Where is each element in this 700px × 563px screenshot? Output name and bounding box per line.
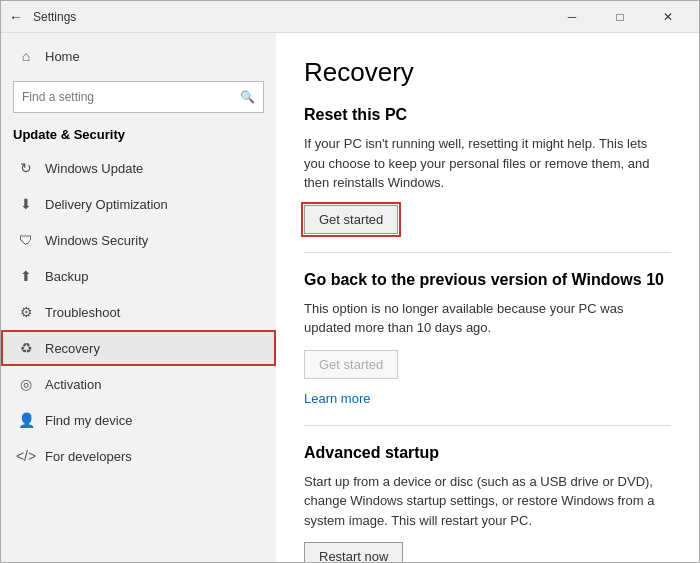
page-title: Recovery <box>304 57 671 88</box>
sidebar-item-troubleshoot[interactable]: ⚙Troubleshoot <box>1 294 276 330</box>
titlebar-title: Settings <box>33 10 549 24</box>
close-button[interactable]: ✕ <box>645 1 691 33</box>
sidebar-item-windows-security[interactable]: 🛡Windows Security <box>1 222 276 258</box>
go-back-button: Get started <box>304 350 398 379</box>
recovery-icon: ♻ <box>17 339 35 357</box>
sections-container: Reset this PCIf your PC isn't running we… <box>304 106 671 562</box>
maximize-button[interactable]: □ <box>597 1 643 33</box>
windows-update-icon: ↻ <box>17 159 35 177</box>
sidebar-label-recovery: Recovery <box>45 341 100 356</box>
minimize-button[interactable]: ─ <box>549 1 595 33</box>
titlebar: ← Settings ─ □ ✕ <box>1 1 699 33</box>
windows-security-icon: 🛡 <box>17 231 35 249</box>
troubleshoot-icon: ⚙ <box>17 303 35 321</box>
section-title-advanced-startup: Advanced startup <box>304 444 671 462</box>
home-label: Home <box>45 49 80 64</box>
find-my-device-icon: 👤 <box>17 411 35 429</box>
back-button[interactable]: ← <box>9 9 23 25</box>
delivery-optimization-icon: ⬇ <box>17 195 35 213</box>
window-controls: ─ □ ✕ <box>549 1 691 33</box>
advanced-startup-button[interactable]: Restart now <box>304 542 403 562</box>
reset-pc-button[interactable]: Get started <box>304 205 398 234</box>
sidebar-label-windows-security: Windows Security <box>45 233 148 248</box>
sidebar-item-activation[interactable]: ◎Activation <box>1 366 276 402</box>
sidebar-item-backup[interactable]: ⬆Backup <box>1 258 276 294</box>
sidebar-item-recovery[interactable]: ♻Recovery <box>1 330 276 366</box>
nav-items: ↻Windows Update⬇Delivery Optimization🛡Wi… <box>1 150 276 474</box>
sidebar-item-home[interactable]: ⌂ Home <box>1 37 276 75</box>
sidebar-label-find-my-device: Find my device <box>45 413 132 428</box>
sidebar-item-delivery-optimization[interactable]: ⬇Delivery Optimization <box>1 186 276 222</box>
sidebar-item-for-developers[interactable]: </>For developers <box>1 438 276 474</box>
sidebar-label-backup: Backup <box>45 269 88 284</box>
sidebar-item-find-my-device[interactable]: 👤Find my device <box>1 402 276 438</box>
search-icon: 🔍 <box>240 90 255 104</box>
home-icon: ⌂ <box>17 47 35 65</box>
main-layout: ⌂ Home 🔍 Update & Security ↻Windows Upda… <box>1 33 699 562</box>
sidebar-label-delivery-optimization: Delivery Optimization <box>45 197 168 212</box>
sidebar-section-label: Update & Security <box>1 123 276 150</box>
search-box[interactable]: 🔍 <box>13 81 264 113</box>
section-title-reset-pc: Reset this PC <box>304 106 671 124</box>
sidebar: ⌂ Home 🔍 Update & Security ↻Windows Upda… <box>1 33 276 562</box>
backup-icon: ⬆ <box>17 267 35 285</box>
sidebar-label-activation: Activation <box>45 377 101 392</box>
go-back-learn-more-link[interactable]: Learn more <box>304 391 370 406</box>
sidebar-label-windows-update: Windows Update <box>45 161 143 176</box>
activation-icon: ◎ <box>17 375 35 393</box>
section-title-go-back: Go back to the previous version of Windo… <box>304 271 671 289</box>
section-divider <box>304 425 671 426</box>
search-input[interactable] <box>22 90 240 104</box>
section-body-advanced-startup: Start up from a device or disc (such as … <box>304 472 671 531</box>
for-developers-icon: </> <box>17 447 35 465</box>
section-divider <box>304 252 671 253</box>
section-body-reset-pc: If your PC isn't running well, resetting… <box>304 134 671 193</box>
sidebar-label-for-developers: For developers <box>45 449 132 464</box>
sidebar-label-troubleshoot: Troubleshoot <box>45 305 120 320</box>
section-body-go-back: This option is no longer available becau… <box>304 299 671 338</box>
content-panel: Recovery Reset this PCIf your PC isn't r… <box>276 33 699 562</box>
sidebar-item-windows-update[interactable]: ↻Windows Update <box>1 150 276 186</box>
